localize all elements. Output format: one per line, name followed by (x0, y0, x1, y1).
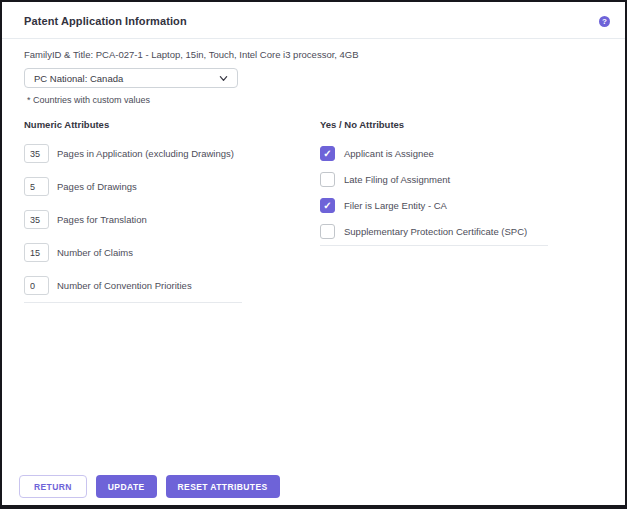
update-button[interactable]: UPDATE (96, 475, 157, 498)
page-header: Patent Application Information ? (2, 2, 625, 39)
checkbox-row-filer-large-entity: ✓ Filer is Large Entity - CA (320, 198, 603, 213)
checkbox-row-applicant-is-assignee: ✓ Applicant is Assignee (320, 146, 603, 161)
yes-no-attributes-column: Yes / No Attributes ✓ Applicant is Assig… (320, 119, 603, 303)
checkbox-label: Applicant is Assignee (344, 148, 434, 159)
yes-no-section-divider (320, 245, 548, 246)
number-of-claims-input[interactable] (24, 243, 49, 262)
checkbox-label: Supplementary Protection Certificate (SP… (344, 226, 527, 237)
checkbox-row-late-filing: ✓ Late Filing of Assignment (320, 172, 603, 187)
pages-of-drawings-input[interactable] (24, 177, 49, 196)
yes-no-attributes-heading: Yes / No Attributes (320, 119, 603, 130)
numeric-row-label: Number of Claims (57, 247, 133, 258)
country-select[interactable]: PC National: Canada (24, 68, 238, 88)
numeric-row-pages-in-application: Pages in Application (excluding Drawings… (24, 144, 320, 163)
patent-application-panel: Patent Application Information ? FamilyI… (0, 0, 627, 509)
spc-checkbox[interactable]: ✓ (320, 224, 335, 239)
late-filing-checkbox[interactable]: ✓ (320, 172, 335, 187)
chevron-down-icon (219, 74, 228, 83)
numeric-attributes-heading: Numeric Attributes (24, 119, 320, 130)
numeric-row-pages-for-translation: Pages for Translation (24, 210, 320, 229)
numeric-row-label: Number of Convention Priorities (57, 280, 192, 291)
page-title: Patent Application Information (24, 15, 187, 27)
numeric-row-convention-priorities: Number of Convention Priorities (24, 276, 320, 295)
numeric-attributes-column: Numeric Attributes Pages in Application … (24, 119, 320, 303)
form-content: FamilyID & Title: PCA-027-1 - Laptop, 15… (2, 39, 625, 303)
country-select-value: PC National: Canada (34, 73, 123, 84)
checkbox-label: Late Filing of Assignment (344, 174, 450, 185)
filer-large-entity-checkbox[interactable]: ✓ (320, 198, 335, 213)
reset-attributes-button[interactable]: RESET ATTRIBUTES (166, 475, 280, 498)
convention-priorities-input[interactable] (24, 276, 49, 295)
numeric-row-pages-of-drawings: Pages of Drawings (24, 177, 320, 196)
action-button-bar: RETURN UPDATE RESET ATTRIBUTES (2, 475, 625, 505)
numeric-row-label: Pages in Application (excluding Drawings… (57, 148, 234, 159)
attribute-columns: Numeric Attributes Pages in Application … (24, 119, 603, 303)
numeric-row-label: Pages of Drawings (57, 181, 137, 192)
pages-in-application-input[interactable] (24, 144, 49, 163)
checkbox-label: Filer is Large Entity - CA (344, 200, 447, 211)
checkbox-row-spc: ✓ Supplementary Protection Certificate (… (320, 224, 603, 239)
pages-for-translation-input[interactable] (24, 210, 49, 229)
help-icon[interactable]: ? (599, 16, 610, 27)
custom-values-note: * Countries with custom values (24, 95, 603, 105)
check-icon: ✓ (323, 149, 331, 159)
applicant-is-assignee-checkbox[interactable]: ✓ (320, 146, 335, 161)
return-button[interactable]: RETURN (19, 475, 87, 498)
numeric-row-number-of-claims: Number of Claims (24, 243, 320, 262)
numeric-section-divider (24, 302, 242, 303)
check-icon: ✓ (323, 201, 331, 211)
numeric-row-label: Pages for Translation (57, 214, 147, 225)
family-id-title: FamilyID & Title: PCA-027-1 - Laptop, 15… (24, 49, 603, 60)
